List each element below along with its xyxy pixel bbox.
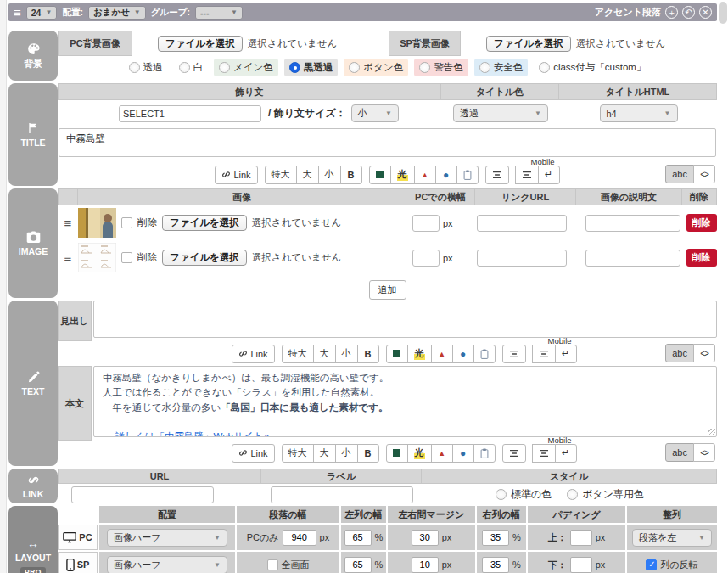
- radio-icon[interactable]: [289, 62, 300, 73]
- bg-color-option-selected[interactable]: 黒透過: [284, 59, 339, 76]
- image-link-url-input[interactable]: [477, 215, 567, 232]
- group-select[interactable]: ---▼: [195, 6, 243, 20]
- red-color-button[interactable]: ▲: [431, 345, 453, 363]
- bold-button[interactable]: B: [340, 166, 362, 184]
- mobile-break-button[interactable]: ↵: [538, 166, 560, 184]
- padding-top-input[interactable]: [570, 530, 592, 546]
- delete-image-button[interactable]: 削除: [686, 249, 717, 267]
- blue-color-button[interactable]: ●: [452, 345, 474, 363]
- reverse-columns-checkbox[interactable]: [646, 559, 657, 570]
- image-link-url-input[interactable]: [477, 250, 567, 267]
- radio-icon[interactable]: [419, 62, 430, 73]
- drag-handle[interactable]: ≡: [58, 250, 78, 265]
- bg-color-option[interactable]: ボタン色: [344, 59, 408, 76]
- radio-icon[interactable]: [349, 62, 360, 73]
- code-mode-button[interactable]: <>: [693, 443, 715, 462]
- link-style-option[interactable]: ボタン専用色: [567, 487, 644, 502]
- title-textarea[interactable]: 中霧島壁: [59, 128, 716, 157]
- remove-block-button[interactable]: ✕: [699, 6, 712, 19]
- code-mode-button[interactable]: <>: [693, 344, 715, 362]
- mobile-break-button[interactable]: ↵: [555, 345, 577, 363]
- bg-color-option[interactable]: 警告色: [414, 59, 468, 76]
- tab-title[interactable]: TITLE: [8, 83, 58, 186]
- mobile-align-button[interactable]: [532, 345, 556, 363]
- font-large-button[interactable]: 大: [313, 444, 336, 463]
- resize-grip[interactable]: [708, 429, 715, 435]
- add-block-button[interactable]: ＋: [665, 6, 678, 19]
- delete-checkbox[interactable]: [121, 252, 132, 263]
- link-style-option[interactable]: 標準の色: [496, 487, 552, 502]
- pc-margin-input[interactable]: [412, 530, 439, 546]
- highlight-button[interactable]: 光: [390, 166, 415, 184]
- add-image-button[interactable]: 追加: [369, 280, 406, 300]
- paste-button[interactable]: [456, 166, 479, 184]
- align-center-button[interactable]: [485, 166, 509, 184]
- pc-arrange-select[interactable]: 画像ハーフ▼: [107, 529, 227, 547]
- paste-button[interactable]: [473, 345, 496, 363]
- fullscreen-checkbox[interactable]: [267, 559, 278, 570]
- paste-button[interactable]: [473, 444, 496, 463]
- bg-color-option[interactable]: 透過: [124, 59, 168, 76]
- abc-mode-button[interactable]: abc: [665, 165, 694, 183]
- mobile-align-button[interactable]: [515, 166, 539, 184]
- green-color-button[interactable]: [386, 444, 408, 463]
- font-small-button[interactable]: 小: [318, 166, 341, 184]
- sp-arrange-select[interactable]: 画像ハーフ▼: [107, 556, 227, 573]
- abc-mode-button[interactable]: abc: [665, 443, 694, 462]
- align-center-button[interactable]: [502, 444, 526, 463]
- sp-margin-input[interactable]: [412, 557, 439, 573]
- kazari-input[interactable]: [119, 105, 261, 122]
- red-color-button[interactable]: ▲: [414, 166, 436, 184]
- mobile-align-button[interactable]: [532, 444, 556, 463]
- drag-handle[interactable]: ≡: [58, 216, 78, 230]
- image-file-button[interactable]: ファイルを選択: [162, 215, 247, 231]
- arrange-select[interactable]: おまかせ▼: [88, 6, 146, 20]
- sp-bg-file-button[interactable]: ファイルを選択: [486, 36, 571, 52]
- font-xl-button[interactable]: 特大: [282, 444, 314, 463]
- link-button[interactable]: Link: [232, 345, 274, 363]
- highlight-button[interactable]: 光: [407, 444, 432, 463]
- font-small-button[interactable]: 小: [335, 345, 358, 363]
- hamburger-icon[interactable]: ≡: [14, 6, 21, 19]
- sp-left-width-input[interactable]: [344, 557, 372, 573]
- pc-align-select[interactable]: 段落を左▼: [632, 529, 712, 547]
- bg-color-option-custom[interactable]: class付与「custom」: [534, 59, 651, 76]
- pc-right-width-input[interactable]: [482, 530, 509, 546]
- blue-color-button[interactable]: ●: [435, 166, 457, 184]
- bold-button[interactable]: B: [357, 345, 379, 363]
- image-width-input[interactable]: [412, 215, 440, 232]
- tab-link[interactable]: LINK: [8, 469, 58, 503]
- delete-image-button[interactable]: 削除: [686, 214, 717, 232]
- link-label-input[interactable]: [271, 486, 413, 503]
- title-color-select[interactable]: 透過▼: [453, 104, 548, 122]
- font-large-button[interactable]: 大: [313, 345, 336, 363]
- columns-select[interactable]: 24▼: [26, 6, 58, 20]
- bg-color-option[interactable]: 安全色: [474, 59, 529, 76]
- blue-color-button[interactable]: ●: [452, 444, 474, 463]
- bg-color-option[interactable]: メイン色: [214, 59, 278, 76]
- image-file-button[interactable]: ファイルを選択: [162, 250, 247, 266]
- radio-icon[interactable]: [219, 62, 230, 73]
- tab-layout[interactable]: ↔ LAYOUT PRO: [8, 506, 58, 573]
- font-xl-button[interactable]: 特大: [282, 345, 314, 363]
- link-url-input[interactable]: [71, 486, 214, 503]
- font-xl-button[interactable]: 特大: [265, 166, 297, 184]
- pc-width-input[interactable]: [283, 530, 316, 546]
- align-center-button[interactable]: [502, 345, 526, 363]
- pc-left-width-input[interactable]: [344, 530, 372, 546]
- radio-icon[interactable]: [179, 62, 190, 73]
- green-color-button[interactable]: [369, 166, 391, 184]
- image-desc-input[interactable]: [585, 215, 680, 232]
- radio-icon[interactable]: [567, 489, 578, 500]
- heading-textarea[interactable]: [93, 301, 717, 338]
- sp-right-width-input[interactable]: [482, 557, 509, 573]
- tab-background[interactable]: 背景: [8, 31, 58, 81]
- radio-icon[interactable]: [129, 62, 140, 73]
- highlight-button[interactable]: 光: [407, 345, 432, 363]
- link-button[interactable]: Link: [232, 444, 274, 463]
- radio-icon[interactable]: [539, 62, 550, 73]
- abc-mode-button[interactable]: abc: [665, 344, 694, 362]
- bg-color-option[interactable]: 白: [174, 59, 209, 76]
- image-desc-input[interactable]: [585, 250, 680, 267]
- tab-image[interactable]: IMAGE: [8, 188, 58, 298]
